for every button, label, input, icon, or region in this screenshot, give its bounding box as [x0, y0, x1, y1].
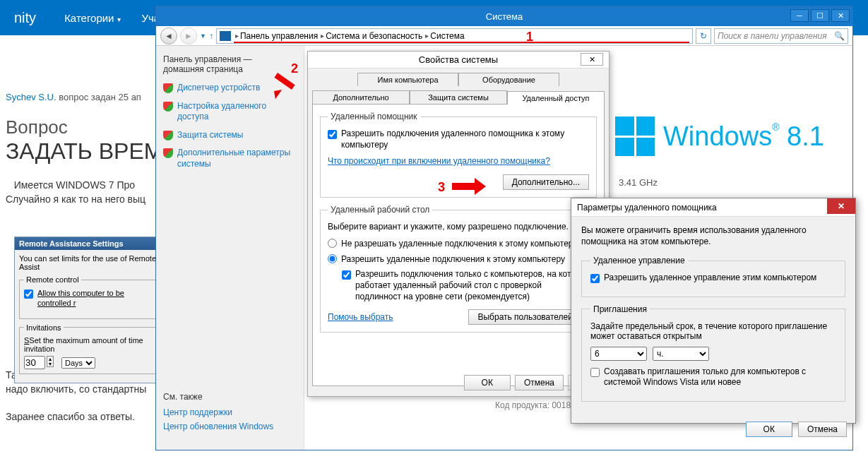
- what-happens-link[interactable]: Что происходит при включении удаленного …: [328, 156, 589, 166]
- chevron-right-icon: ▸: [425, 32, 429, 40]
- help-choose-link[interactable]: Помочь выбрать: [328, 312, 393, 322]
- shield-icon: [163, 148, 173, 158]
- annotation-1: 1: [526, 30, 533, 44]
- ras-allow-control-checkbox[interactable]: [24, 289, 33, 299]
- search-input[interactable]: Поиск в панели управления 🔍: [714, 28, 848, 44]
- shield-icon: [163, 131, 173, 141]
- ras-time-unit[interactable]: Days: [61, 357, 95, 369]
- params-cancel-button[interactable]: Отмена: [798, 422, 847, 437]
- ras-remote-control-legend: Remote control: [24, 275, 81, 284]
- advanced-button[interactable]: Дополнительно...: [503, 174, 589, 190]
- annotation-arrow-2: [268, 73, 297, 94]
- ras-note: You can set limits for the use of Remote…: [19, 254, 157, 271]
- invitations-group: Приглашения Задайте предельный срок, в т…: [581, 304, 845, 402]
- chevron-right-icon: ▸: [321, 32, 324, 40]
- see-also-update[interactable]: Центр обновления Windows: [163, 422, 273, 431]
- allow-remote-control-checkbox[interactable]: [590, 274, 600, 283]
- system-titlebar[interactable]: Система ─ ☐ ✕: [156, 6, 852, 26]
- refresh-button[interactable]: ↻: [696, 28, 711, 44]
- author-link[interactable]: Sychev S.U.: [6, 92, 57, 102]
- props-ok-button[interactable]: ОК: [464, 375, 511, 390]
- allow-remote-control[interactable]: Разрешить удаленное управление этим комп…: [590, 273, 836, 284]
- allow-remote-assist[interactable]: Разрешить подключения удаленного помощни…: [328, 129, 589, 150]
- allow-remote-assist-checkbox[interactable]: [328, 130, 337, 139]
- history-dropdown[interactable]: ▼: [200, 32, 206, 40]
- rd-allow[interactable]: Разрешить удаленные подключения к этому …: [328, 254, 589, 265]
- annotation-3: 3: [438, 180, 445, 195]
- rd-intro: Выберите вариант и укажите, кому разреше…: [328, 222, 589, 232]
- ras-invitations-legend: Invitations: [24, 323, 64, 332]
- tab-advanced[interactable]: Дополнительно: [312, 90, 410, 104]
- system-sidebar: Панель управления —домашняя страница Дис…: [156, 46, 304, 450]
- props-titlebar[interactable]: Свойства системы ✕: [308, 52, 609, 68]
- vista-only[interactable]: Создавать приглашения только для компьют…: [590, 366, 836, 388]
- tab-computer-name[interactable]: Имя компьютера: [357, 73, 458, 86]
- sidebar-system-protection[interactable]: Защита системы: [163, 130, 297, 141]
- system-properties-dialog: Свойства системы ✕ Имя компьютера Оборуд…: [307, 51, 610, 397]
- minimize-button[interactable]: ─: [790, 9, 809, 22]
- maximize-button[interactable]: ☐: [811, 9, 829, 22]
- search-icon[interactable]: 🔍: [834, 31, 845, 41]
- windows-tiles-icon: [615, 117, 655, 156]
- sidebar-remote-settings[interactable]: Настройка удаленного доступа: [163, 101, 297, 123]
- props-panel: Удаленный помощник Разрешить подключения…: [312, 104, 605, 386]
- tab-hardware[interactable]: Оборудование: [458, 73, 559, 86]
- sidebar-advanced-settings[interactable]: Дополнительные параметры системы: [163, 148, 297, 169]
- up-button[interactable]: ↑: [209, 31, 213, 41]
- crumb-control-panel[interactable]: Панель управления: [240, 31, 318, 41]
- params-close-button[interactable]: ✕: [827, 198, 855, 214]
- invitations-text: Задайте предельный срок, в течение котор…: [590, 321, 836, 341]
- tab-remote[interactable]: Удаленный доступ: [507, 91, 605, 104]
- address-bar[interactable]: ▸ Панель управления ▸ Система и безопасн…: [216, 28, 693, 44]
- sidebar-home[interactable]: Панель управления —домашняя страница: [163, 54, 297, 74]
- remote-control-legend: Удаленное управление: [590, 256, 688, 265]
- windows-logo: Windows® 8.1: [615, 117, 838, 156]
- remote-desktop-group: Удаленный рабочий стол Выберите вариант …: [320, 205, 597, 333]
- chevron-right-icon: ▸: [235, 32, 239, 40]
- params-ok-button[interactable]: ОК: [746, 422, 792, 437]
- invite-duration-value[interactable]: 6: [590, 347, 647, 361]
- chevron-down-icon: ▾: [117, 16, 121, 23]
- see-also-header: См. также: [163, 392, 273, 402]
- crumb-security[interactable]: Система и безопасность: [326, 31, 422, 41]
- ras-time-value[interactable]: [24, 356, 45, 369]
- control-panel-icon: [220, 31, 231, 41]
- crumb-system[interactable]: Система: [430, 31, 464, 41]
- see-also-support[interactable]: Центр поддержки: [163, 407, 273, 417]
- system-title: Система: [486, 11, 523, 22]
- props-title: Свойства системы: [419, 54, 498, 65]
- remote-control-group: Удаленное управление Разрешить удаленное…: [581, 256, 845, 297]
- remote-assist-params-dialog: Параметры удаленного помощника ✕ Вы може…: [571, 198, 856, 424]
- shield-icon: [163, 83, 173, 93]
- close-button[interactable]: ✕: [831, 9, 850, 22]
- remote-assistance-legend: Удаленный помощник: [328, 112, 420, 121]
- site-brand: nity: [14, 10, 36, 26]
- ras-max-time-label: SSet the maximum amount of time invitati…: [24, 336, 153, 353]
- nav-categories[interactable]: Категории▾: [64, 12, 120, 24]
- invite-duration-unit[interactable]: ч.: [653, 347, 709, 361]
- invitations-legend: Приглашения: [590, 304, 650, 314]
- params-title: Параметры удаленного помощника: [577, 203, 717, 213]
- ras-invitations-group: Invitations SSet the maximum amount of t…: [19, 323, 157, 374]
- annotation-arrow-3: [452, 179, 494, 193]
- cpu-speed: 3.41 GHz: [619, 177, 838, 188]
- rd-deny-radio[interactable]: [328, 239, 337, 248]
- params-titlebar[interactable]: Параметры удаленного помощника ✕: [571, 198, 855, 217]
- remote-assistance-settings-dialog: Remote Assistance Settings You can set l…: [14, 237, 162, 383]
- vista-only-checkbox[interactable]: [590, 368, 600, 377]
- back-button[interactable]: ◄: [160, 28, 177, 44]
- remote-desktop-legend: Удаленный рабочий стол: [328, 205, 432, 215]
- rd-nla[interactable]: Разрешить подключения только с компьютер…: [342, 269, 589, 302]
- question-date: вопрос задан 25 ап: [59, 92, 141, 102]
- forward-button[interactable]: ►: [180, 28, 197, 44]
- rd-deny[interactable]: Не разрешать удаленные подключения к это…: [328, 239, 589, 250]
- params-intro: Вы можете ограничить время использования…: [581, 225, 845, 247]
- props-cancel-button[interactable]: Отмена: [515, 375, 564, 390]
- rd-allow-radio[interactable]: [328, 254, 337, 263]
- ras-allow-control[interactable]: Allow this computer to be controlled r: [24, 288, 153, 309]
- props-close-button[interactable]: ✕: [581, 53, 603, 66]
- ras-remote-control-group: Remote control Allow this computer to be…: [19, 275, 157, 319]
- tab-protection[interactable]: Защита системы: [410, 90, 507, 104]
- rd-nla-checkbox[interactable]: [342, 270, 351, 280]
- annotation-underline: [234, 42, 689, 43]
